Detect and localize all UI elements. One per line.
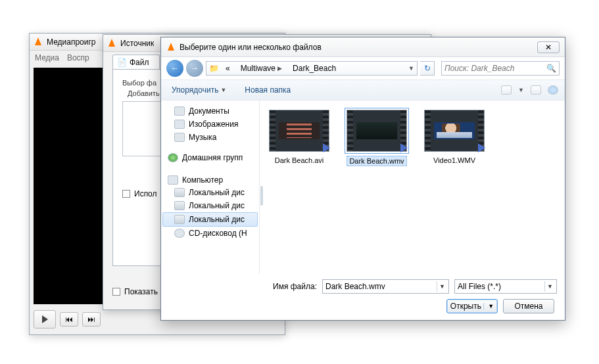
tab-file-label: Файл bbox=[130, 58, 149, 67]
arrow-left-icon: ← bbox=[171, 64, 179, 73]
nav-label: CD-дисковод (Н bbox=[189, 229, 247, 238]
disk-icon bbox=[174, 188, 185, 197]
show-more-row[interactable]: Показать bbox=[112, 287, 158, 296]
chevron-down-icon: ▼ bbox=[220, 87, 226, 93]
file-thumbnail bbox=[424, 110, 485, 152]
cd-icon bbox=[174, 229, 185, 238]
nav-music[interactable]: Музыка bbox=[162, 131, 258, 144]
vlc-title: Медиапроигр bbox=[47, 37, 96, 47]
preview-pane-button[interactable] bbox=[531, 85, 541, 95]
filter-value: All Files (*.*) bbox=[458, 282, 501, 291]
prev-button[interactable]: ⏮ bbox=[60, 312, 78, 327]
search-input[interactable] bbox=[444, 64, 546, 73]
file-name: Dark Beach.wmv bbox=[347, 156, 406, 166]
nav-drive-0[interactable]: Локальный дис bbox=[162, 186, 258, 199]
use-checkbox-label: Испол bbox=[134, 189, 157, 198]
play-icon bbox=[42, 315, 48, 323]
play-button[interactable] bbox=[34, 310, 56, 329]
file-thumbnail bbox=[347, 110, 407, 152]
file-item[interactable]: Dark Beach.avi bbox=[266, 110, 332, 165]
checkbox-icon[interactable] bbox=[112, 288, 120, 296]
file-icon: 📄 bbox=[117, 58, 127, 67]
organize-label: Упорядочить bbox=[172, 85, 218, 95]
chevron-down-icon[interactable]: ▼ bbox=[437, 281, 447, 292]
nav-label: Документы bbox=[189, 106, 229, 116]
address-bar[interactable]: 📁 « Multiwave ▶ Dark_Beach ▼ bbox=[206, 61, 418, 76]
close-icon: ✕ bbox=[545, 43, 552, 52]
breadcrumb-prefix[interactable]: « bbox=[222, 62, 234, 74]
arrow-right-icon: → bbox=[191, 64, 199, 73]
close-button[interactable]: ✕ bbox=[537, 41, 560, 53]
folder-icon: 📁 bbox=[209, 64, 219, 73]
play-overlay-icon bbox=[478, 143, 485, 152]
file-item[interactable]: Video1.WMV bbox=[421, 110, 487, 165]
chevron-down-icon: ▼ bbox=[483, 303, 494, 309]
splitter[interactable] bbox=[260, 164, 264, 228]
nav-documents[interactable]: Документы bbox=[162, 104, 258, 118]
organize-button[interactable]: Упорядочить ▼ bbox=[168, 83, 230, 97]
forward-button[interactable]: → bbox=[186, 60, 203, 77]
breadcrumb-seg-2-label: Dark_Beach bbox=[293, 64, 336, 73]
filter-combo[interactable]: All Files (*.*) ▼ bbox=[454, 279, 557, 294]
nav-label: Музыка bbox=[189, 133, 216, 142]
nav-label: Компьютер bbox=[182, 175, 223, 185]
back-button[interactable]: ← bbox=[166, 60, 183, 77]
pictures-icon bbox=[174, 120, 185, 129]
tab-file[interactable]: 📄 Файл bbox=[112, 55, 160, 69]
disk-icon bbox=[174, 215, 185, 224]
chevron-down-icon[interactable]: ▼ bbox=[408, 65, 414, 72]
documents-icon bbox=[174, 106, 185, 116]
menu-media[interactable]: Медиа bbox=[35, 53, 59, 62]
dialog-nav-row: ← → 📁 « Multiwave ▶ Dark_Beach ▼ ↻ 🔍 bbox=[161, 57, 565, 80]
music-icon bbox=[174, 133, 185, 142]
show-more-label: Показать bbox=[124, 287, 158, 296]
vlc-cone-icon bbox=[107, 39, 116, 48]
computer-icon bbox=[168, 175, 178, 185]
nav-drive-2[interactable]: Локальный дис bbox=[162, 212, 258, 227]
open-button[interactable]: Открыть ▼ bbox=[446, 299, 498, 313]
nav-label: Изображения bbox=[189, 120, 238, 129]
vlc-cone-icon bbox=[34, 37, 43, 47]
breadcrumb-seg-1[interactable]: Multiwave ▶ bbox=[237, 62, 286, 74]
nav-drive-1[interactable]: Локальный дис bbox=[162, 199, 258, 212]
search-icon[interactable]: 🔍 bbox=[546, 64, 556, 73]
nav-cd-drive[interactable]: CD-дисковод (Н bbox=[162, 227, 258, 240]
nav-pictures[interactable]: Изображения bbox=[162, 118, 258, 131]
menu-playback[interactable]: Воспр bbox=[67, 53, 89, 62]
filename-combo[interactable]: Dark Beach.wmv ▼ bbox=[322, 279, 449, 294]
filmstrip-icon bbox=[347, 110, 353, 151]
play-overlay-icon bbox=[400, 143, 408, 152]
dialog-footer: Имя файла: Dark Beach.wmv ▼ All Files (*… bbox=[161, 274, 565, 320]
search-box[interactable]: 🔍 bbox=[441, 61, 560, 76]
nav-label: Локальный дис bbox=[189, 201, 245, 210]
file-item[interactable]: Dark Beach.wmv bbox=[344, 110, 410, 166]
nav-label: Локальный дис bbox=[189, 188, 245, 197]
dialog-toolbar: Упорядочить ▼ Новая папка ▼ bbox=[161, 80, 565, 101]
vlc-cone-icon bbox=[166, 43, 176, 52]
file-name: Video1.WMV bbox=[431, 156, 477, 165]
dialog-titlebar[interactable]: Выберите один или несколько файлов ✕ bbox=[161, 37, 565, 57]
nav-label: Домашняя групп bbox=[182, 153, 243, 162]
nav-homegroup[interactable]: Домашняя групп bbox=[162, 150, 258, 164]
new-folder-button[interactable]: Новая папка bbox=[241, 83, 295, 97]
checkbox-icon[interactable] bbox=[122, 190, 130, 198]
help-button[interactable] bbox=[548, 85, 558, 95]
file-thumbnail bbox=[269, 110, 329, 152]
homegroup-icon bbox=[168, 153, 178, 162]
chevron-down-icon[interactable]: ▼ bbox=[518, 87, 524, 93]
view-options-button[interactable] bbox=[501, 85, 512, 95]
navigation-pane[interactable]: Документы Изображения Музыка Домашняя гр… bbox=[161, 101, 260, 274]
filmstrip-icon bbox=[270, 110, 276, 151]
nav-computer[interactable]: Компьютер bbox=[162, 173, 258, 186]
disk-icon bbox=[174, 201, 185, 210]
breadcrumb-seg-2[interactable]: Dark_Beach bbox=[289, 62, 340, 74]
next-button[interactable]: ⏭ bbox=[82, 312, 101, 327]
filename-value: Dark Beach.wmv bbox=[325, 282, 385, 291]
filename-label: Имя файла: bbox=[273, 282, 317, 291]
chevron-down-icon[interactable]: ▼ bbox=[544, 281, 555, 292]
refresh-button[interactable]: ↻ bbox=[420, 61, 435, 76]
breadcrumb-seg-1-label: Multiwave bbox=[241, 64, 276, 73]
file-list-pane[interactable]: Dark Beach.avi Dark Beach.wmv Video1.WMV bbox=[260, 101, 565, 274]
cancel-button[interactable]: Отмена bbox=[503, 299, 554, 313]
chevron-right-icon: ▶ bbox=[277, 65, 282, 72]
